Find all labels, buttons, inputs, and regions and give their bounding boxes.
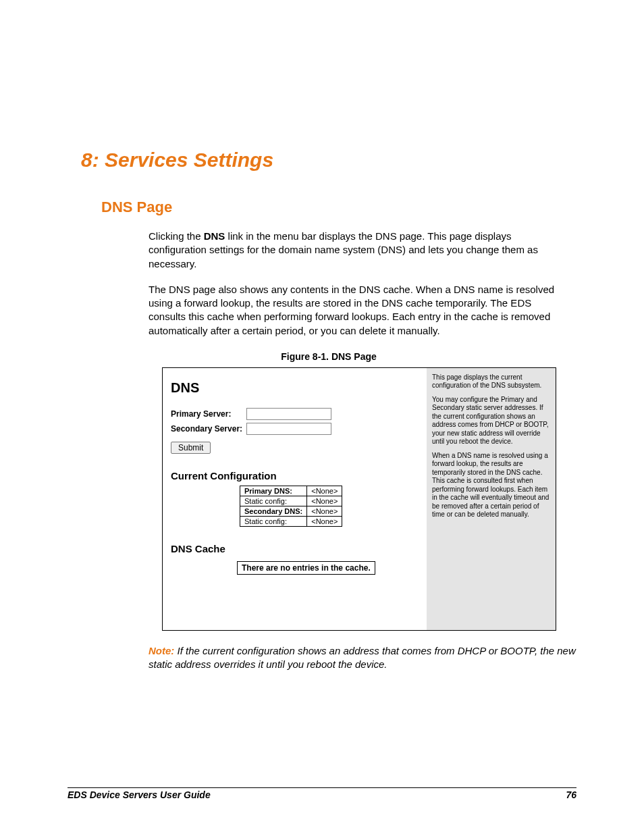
current-config-heading: Current Configuration — [171, 470, 419, 481]
primary-server-label: Primary Server: — [171, 409, 246, 419]
table-row: Static config: <None> — [240, 496, 342, 506]
config-label: Static config: — [240, 516, 307, 526]
dns-heading: DNS — [171, 380, 419, 396]
table-row: Secondary DNS: <None> — [240, 506, 342, 516]
note-block: Note: If the current configuration shows… — [149, 644, 576, 672]
help-paragraph-2: You may configure the Primary and Second… — [432, 396, 550, 446]
chapter-title: 8: Services Settings — [81, 149, 576, 172]
config-value: <None> — [307, 496, 342, 506]
config-label: Primary DNS: — [240, 486, 307, 496]
config-value: <None> — [307, 486, 342, 496]
footer-title: EDS Device Servers User Guide — [68, 789, 211, 800]
note-text: If the current configuration shows an ad… — [149, 645, 576, 670]
figure-dns-page: DNS Primary Server: Secondary Server: Su… — [162, 367, 556, 631]
para1-pre: Clicking the — [149, 230, 204, 242]
config-value: <None> — [307, 506, 342, 516]
config-label: Secondary DNS: — [240, 506, 307, 516]
figure-caption: Figure 8-1. DNS Page — [81, 351, 576, 362]
help-paragraph-1: This page displays the current configura… — [432, 373, 550, 390]
primary-server-row: Primary Server: — [171, 408, 419, 420]
dns-cache-empty: There are no entries in the cache. — [237, 561, 375, 575]
help-paragraph-3: When a DNS name is resolved using a forw… — [432, 452, 550, 519]
paragraph-2: The DNS page also shows any contents in … — [149, 283, 570, 338]
figure-help-panel: This page displays the current configura… — [427, 368, 556, 630]
section-title: DNS Page — [101, 199, 576, 216]
dns-cache-heading: DNS Cache — [171, 543, 419, 554]
document-page: 8: Services Settings DNS Page Clicking t… — [0, 0, 644, 834]
note-label: Note: — [149, 645, 174, 656]
config-table: Primary DNS: <None> Static config: <None… — [240, 486, 342, 527]
secondary-server-input[interactable] — [246, 423, 331, 435]
table-row: Primary DNS: <None> — [240, 486, 342, 496]
primary-server-input[interactable] — [246, 408, 331, 420]
para1-bold: DNS — [204, 230, 225, 242]
secondary-server-label: Secondary Server: — [171, 424, 246, 434]
submit-button[interactable]: Submit — [171, 442, 211, 454]
paragraph-1: Clicking the DNS link in the menu bar di… — [149, 230, 570, 271]
table-row: Static config: <None> — [240, 516, 342, 526]
page-footer: EDS Device Servers User Guide 76 — [68, 787, 576, 800]
figure-main-panel: DNS Primary Server: Secondary Server: Su… — [163, 368, 427, 630]
footer-page-number: 76 — [566, 789, 576, 800]
config-value: <None> — [307, 516, 342, 526]
config-label: Static config: — [240, 496, 307, 506]
secondary-server-row: Secondary Server: — [171, 423, 419, 435]
